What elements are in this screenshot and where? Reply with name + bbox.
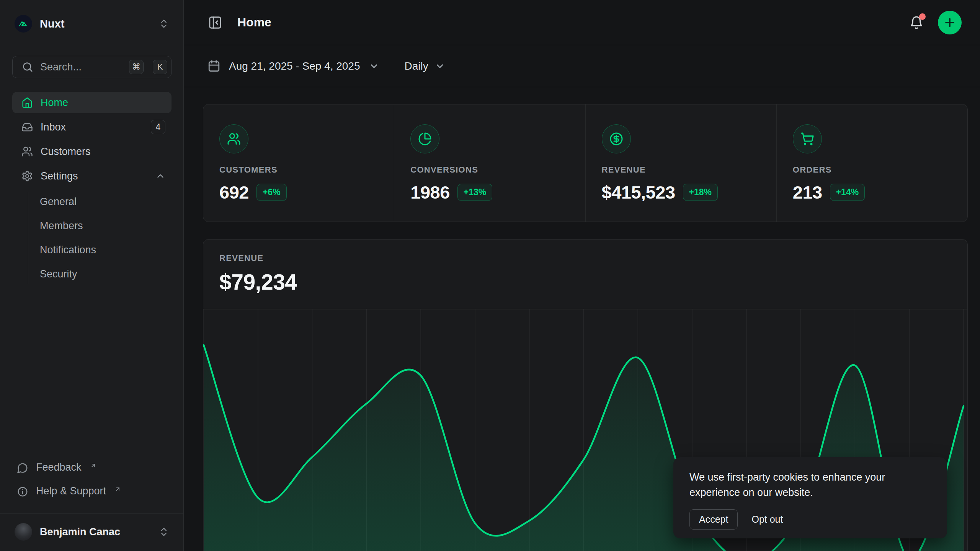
- sidebar-item-members[interactable]: Members: [12, 214, 172, 238]
- collapse-sidebar-button[interactable]: [207, 15, 223, 30]
- accept-cookies-button[interactable]: Accept: [689, 509, 738, 530]
- chevron-down-icon: [434, 61, 445, 72]
- kbd-cmd: ⌘: [129, 60, 144, 74]
- sidebar-item-notifications[interactable]: Notifications: [12, 238, 172, 262]
- inbox-icon: [21, 121, 33, 133]
- optout-cookies-button[interactable]: Opt out: [751, 514, 783, 525]
- sidebar-item-label: Home: [41, 97, 68, 109]
- granularity-select[interactable]: Daily: [405, 60, 445, 72]
- sidebar-footer: Feedback Help & Support: [12, 458, 172, 503]
- help-support-link[interactable]: Help & Support: [12, 481, 172, 503]
- sidebar-item-security[interactable]: Security: [12, 262, 172, 286]
- chevron-down-icon: [369, 61, 379, 72]
- workspace-switcher[interactable]: Nuxt: [9, 11, 175, 37]
- sidebar-item-home[interactable]: Home: [12, 92, 172, 113]
- stat-delta-badge: +6%: [256, 184, 287, 201]
- settings-subnav: General Members Notifications Security: [12, 190, 172, 286]
- notification-dot: [919, 13, 926, 20]
- stat-revenue: REVENUE $415,523 +18%: [585, 104, 776, 222]
- sidebar-nav: Home Inbox 4 Customers Settings: [12, 92, 172, 187]
- home-icon: [21, 97, 33, 108]
- dollar-circle-icon: [602, 124, 631, 153]
- nuxt-logo: [15, 15, 32, 33]
- pie-chart-icon: [410, 124, 439, 153]
- cookie-banner: We use first-party cookies to enhance yo…: [673, 457, 947, 538]
- cookie-message: We use first-party cookies to enhance yo…: [689, 469, 931, 500]
- stat-customers: CUSTOMERS 692 +6%: [203, 104, 394, 222]
- sidebar-divider: [0, 513, 183, 514]
- user-name: Benjamin Canac: [40, 526, 151, 538]
- stats-overview-card: CUSTOMERS 692 +6% CONVERSIONS 1986 +13% …: [203, 104, 968, 222]
- plus-icon: [943, 16, 956, 29]
- users-icon: [21, 146, 33, 157]
- stat-label: CONVERSIONS: [410, 165, 573, 175]
- chevron-up-down-icon: [158, 527, 169, 537]
- inbox-count-badge: 4: [151, 120, 165, 134]
- stat-label: CUSTOMERS: [219, 165, 382, 175]
- sidebar-item-label: Inbox: [41, 121, 66, 133]
- notifications-button[interactable]: [906, 13, 926, 33]
- feedback-link[interactable]: Feedback: [12, 458, 172, 479]
- revenue-chart-label: REVENUE: [219, 253, 951, 263]
- date-range-picker[interactable]: Aug 21, 2025 - Sep 4, 2025: [207, 60, 379, 73]
- stat-delta-badge: +14%: [830, 184, 865, 201]
- chat-bubble-icon: [17, 462, 28, 474]
- stat-value: 692: [219, 182, 249, 203]
- stat-orders: ORDERS 213 +14%: [776, 104, 967, 222]
- sidebar-item-label: Settings: [41, 170, 78, 182]
- feedback-label: Feedback: [36, 461, 82, 473]
- sidebar-item-inbox[interactable]: Inbox 4: [12, 116, 172, 138]
- sidebar-item-general[interactable]: General: [12, 190, 172, 214]
- filters-toolbar: Aug 21, 2025 - Sep 4, 2025 Daily: [184, 45, 980, 87]
- cart-icon: [793, 124, 822, 153]
- stat-value: $415,523: [602, 182, 675, 203]
- stat-delta-badge: +13%: [457, 184, 492, 201]
- users-icon: [219, 124, 248, 153]
- main-area: Home Aug 21, 2025 - Sep 4, 2025 Daily: [184, 0, 980, 551]
- sidebar: Nuxt Search... ⌘ K Home Inbox 4: [0, 0, 184, 551]
- stat-value: 213: [793, 182, 822, 203]
- gear-icon: [21, 170, 33, 182]
- granularity-value: Daily: [405, 60, 428, 72]
- calendar-icon: [207, 60, 220, 73]
- search-input[interactable]: Search... ⌘ K: [12, 56, 172, 78]
- info-circle-icon: [17, 486, 28, 497]
- page-header: Home: [184, 0, 980, 45]
- chevron-up-icon: [155, 171, 165, 181]
- sidebar-item-label: Customers: [41, 146, 91, 158]
- search-icon: [22, 61, 33, 73]
- stat-label: ORDERS: [793, 165, 956, 175]
- search-placeholder: Search...: [40, 61, 120, 73]
- date-range-value: Aug 21, 2025 - Sep 4, 2025: [229, 60, 360, 72]
- stat-label: REVENUE: [602, 165, 765, 175]
- sidebar-item-customers[interactable]: Customers: [12, 141, 172, 162]
- workspace-name: Nuxt: [40, 18, 151, 30]
- stat-conversions: CONVERSIONS 1986 +13%: [394, 104, 585, 222]
- user-menu[interactable]: Benjamin Canac: [8, 517, 176, 546]
- help-support-label: Help & Support: [36, 485, 106, 497]
- kbd-k: K: [153, 60, 167, 74]
- add-button[interactable]: [938, 11, 962, 34]
- page-title: Home: [237, 15, 906, 29]
- external-link-icon: [90, 462, 96, 469]
- external-link-icon: [114, 486, 121, 492]
- revenue-chart-value: $79,234: [219, 269, 951, 295]
- chevron-up-down-icon: [158, 18, 169, 29]
- sidebar-item-settings[interactable]: Settings: [12, 165, 172, 187]
- stat-delta-badge: +18%: [683, 184, 718, 201]
- stat-value: 1986: [410, 182, 450, 203]
- user-avatar: [15, 523, 32, 541]
